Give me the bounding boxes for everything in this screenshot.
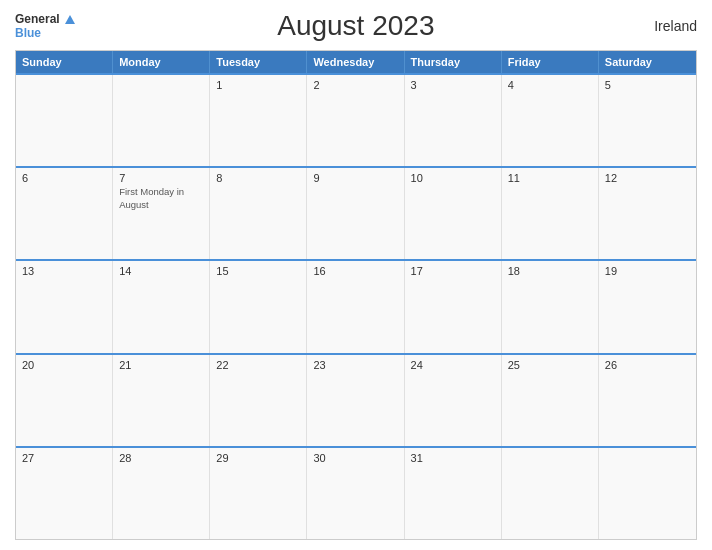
day-number: 3 bbox=[411, 79, 495, 91]
cal-cell-1-5: 11 bbox=[502, 168, 599, 259]
cal-cell-4-1: 28 bbox=[113, 448, 210, 539]
day-number: 18 bbox=[508, 265, 592, 277]
header: General Blue August 2023 Ireland bbox=[15, 10, 697, 42]
day-number: 28 bbox=[119, 452, 203, 464]
holiday-text: First Monday in August bbox=[119, 186, 203, 211]
calendar-page: General Blue August 2023 Ireland Sunday … bbox=[0, 0, 712, 550]
day-number: 8 bbox=[216, 172, 300, 184]
cal-cell-1-2: 8 bbox=[210, 168, 307, 259]
cal-cell-1-6: 12 bbox=[599, 168, 696, 259]
header-wednesday: Wednesday bbox=[307, 51, 404, 73]
day-number: 10 bbox=[411, 172, 495, 184]
cal-cell-0-1 bbox=[113, 75, 210, 166]
header-monday: Monday bbox=[113, 51, 210, 73]
cal-cell-1-0: 6 bbox=[16, 168, 113, 259]
day-number: 21 bbox=[119, 359, 203, 371]
cal-cell-2-5: 18 bbox=[502, 261, 599, 352]
month-title: August 2023 bbox=[75, 10, 637, 42]
day-number: 23 bbox=[313, 359, 397, 371]
day-number: 20 bbox=[22, 359, 106, 371]
day-number: 16 bbox=[313, 265, 397, 277]
cal-cell-2-6: 19 bbox=[599, 261, 696, 352]
week-row-3: 13141516171819 bbox=[16, 259, 696, 352]
day-number: 27 bbox=[22, 452, 106, 464]
day-number: 24 bbox=[411, 359, 495, 371]
logo-area: General Blue bbox=[15, 12, 75, 40]
cal-cell-4-5 bbox=[502, 448, 599, 539]
logo-line: General bbox=[15, 12, 75, 26]
cal-cell-3-1: 21 bbox=[113, 355, 210, 446]
day-number: 29 bbox=[216, 452, 300, 464]
header-saturday: Saturday bbox=[599, 51, 696, 73]
cal-cell-2-3: 16 bbox=[307, 261, 404, 352]
cal-cell-2-1: 14 bbox=[113, 261, 210, 352]
cal-cell-2-0: 13 bbox=[16, 261, 113, 352]
cal-cell-3-5: 25 bbox=[502, 355, 599, 446]
calendar-header: Sunday Monday Tuesday Wednesday Thursday… bbox=[16, 51, 696, 73]
cal-cell-0-2: 1 bbox=[210, 75, 307, 166]
logo-general-text: General bbox=[15, 12, 60, 26]
cal-cell-0-4: 3 bbox=[405, 75, 502, 166]
day-number: 31 bbox=[411, 452, 495, 464]
cal-cell-3-6: 26 bbox=[599, 355, 696, 446]
week-row-5: 2728293031 bbox=[16, 446, 696, 539]
day-number: 13 bbox=[22, 265, 106, 277]
day-number: 15 bbox=[216, 265, 300, 277]
day-number: 26 bbox=[605, 359, 690, 371]
cal-cell-1-4: 10 bbox=[405, 168, 502, 259]
week-row-1: 12345 bbox=[16, 73, 696, 166]
cal-cell-4-4: 31 bbox=[405, 448, 502, 539]
day-number: 6 bbox=[22, 172, 106, 184]
cal-cell-3-0: 20 bbox=[16, 355, 113, 446]
cal-cell-0-0 bbox=[16, 75, 113, 166]
day-number: 9 bbox=[313, 172, 397, 184]
day-number: 14 bbox=[119, 265, 203, 277]
cal-cell-3-3: 23 bbox=[307, 355, 404, 446]
day-number: 25 bbox=[508, 359, 592, 371]
header-sunday: Sunday bbox=[16, 51, 113, 73]
logo-blue-text: Blue bbox=[15, 26, 41, 40]
cal-cell-0-3: 2 bbox=[307, 75, 404, 166]
header-tuesday: Tuesday bbox=[210, 51, 307, 73]
cal-cell-0-5: 4 bbox=[502, 75, 599, 166]
cal-cell-0-6: 5 bbox=[599, 75, 696, 166]
calendar-body: 1234567First Monday in August89101112131… bbox=[16, 73, 696, 539]
cal-cell-2-2: 15 bbox=[210, 261, 307, 352]
cal-cell-2-4: 17 bbox=[405, 261, 502, 352]
day-number: 19 bbox=[605, 265, 690, 277]
day-number: 7 bbox=[119, 172, 203, 184]
week-row-2: 67First Monday in August89101112 bbox=[16, 166, 696, 259]
day-number: 11 bbox=[508, 172, 592, 184]
day-number: 17 bbox=[411, 265, 495, 277]
header-friday: Friday bbox=[502, 51, 599, 73]
day-number: 30 bbox=[313, 452, 397, 464]
cal-cell-3-4: 24 bbox=[405, 355, 502, 446]
day-number: 2 bbox=[313, 79, 397, 91]
cal-cell-4-2: 29 bbox=[210, 448, 307, 539]
calendar-grid: Sunday Monday Tuesday Wednesday Thursday… bbox=[15, 50, 697, 540]
cal-cell-3-2: 22 bbox=[210, 355, 307, 446]
cal-cell-4-6 bbox=[599, 448, 696, 539]
cal-cell-1-3: 9 bbox=[307, 168, 404, 259]
day-number: 5 bbox=[605, 79, 690, 91]
header-thursday: Thursday bbox=[405, 51, 502, 73]
logo-triangle-icon bbox=[65, 15, 75, 24]
cal-cell-4-3: 30 bbox=[307, 448, 404, 539]
cal-cell-4-0: 27 bbox=[16, 448, 113, 539]
country-label: Ireland bbox=[637, 18, 697, 34]
day-number: 22 bbox=[216, 359, 300, 371]
cal-cell-1-1: 7First Monday in August bbox=[113, 168, 210, 259]
day-number: 4 bbox=[508, 79, 592, 91]
day-number: 12 bbox=[605, 172, 690, 184]
week-row-4: 20212223242526 bbox=[16, 353, 696, 446]
day-number: 1 bbox=[216, 79, 300, 91]
